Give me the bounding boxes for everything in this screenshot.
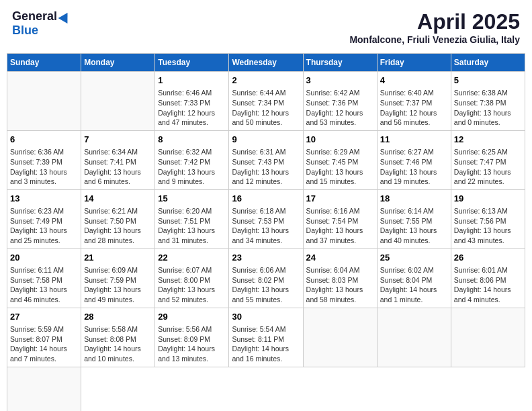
calendar-day-cell bbox=[81, 72, 155, 131]
calendar-week-row: 6Sunrise: 6:36 AM Sunset: 7:39 PM Daylig… bbox=[7, 130, 525, 189]
calendar-day-cell: 27Sunrise: 5:59 AM Sunset: 8:07 PM Dayli… bbox=[7, 308, 81, 367]
logo-general: General bbox=[12, 9, 57, 24]
weekday-header-row: SundayMondayTuesdayWednesdayThursdayFrid… bbox=[7, 54, 525, 72]
day-info: Sunrise: 6:31 AM Sunset: 7:43 PM Dayligh… bbox=[232, 147, 300, 187]
day-number: 22 bbox=[158, 252, 226, 264]
day-info: Sunrise: 6:21 AM Sunset: 7:50 PM Dayligh… bbox=[84, 206, 152, 246]
calendar-day-cell bbox=[303, 308, 377, 367]
calendar-day-cell: 16Sunrise: 6:18 AM Sunset: 7:53 PM Dayli… bbox=[229, 189, 303, 248]
calendar-day-cell: 30Sunrise: 5:54 AM Sunset: 8:11 PM Dayli… bbox=[229, 308, 303, 367]
title-area: April 2025 Monfalcone, Friuli Venezia Gi… bbox=[349, 9, 520, 45]
day-number: 19 bbox=[454, 193, 522, 205]
day-number: 28 bbox=[84, 311, 152, 323]
logo: General Blue bbox=[12, 9, 71, 38]
day-info: Sunrise: 6:32 AM Sunset: 7:42 PM Dayligh… bbox=[158, 147, 226, 187]
day-info: Sunrise: 6:14 AM Sunset: 7:55 PM Dayligh… bbox=[380, 206, 448, 246]
weekday-header: Friday bbox=[377, 54, 451, 72]
calendar-day-cell: 14Sunrise: 6:21 AM Sunset: 7:50 PM Dayli… bbox=[81, 189, 155, 248]
calendar-day-cell: 21Sunrise: 6:09 AM Sunset: 7:59 PM Dayli… bbox=[81, 248, 155, 308]
calendar-table: SundayMondayTuesdayWednesdayThursdayFrid… bbox=[7, 53, 525, 411]
day-info: Sunrise: 6:25 AM Sunset: 7:47 PM Dayligh… bbox=[454, 147, 522, 187]
day-info: Sunrise: 6:38 AM Sunset: 7:38 PM Dayligh… bbox=[454, 88, 522, 128]
calendar-week-row: 20Sunrise: 6:11 AM Sunset: 7:58 PM Dayli… bbox=[7, 248, 525, 308]
day-number: 1 bbox=[158, 75, 226, 87]
day-number: 20 bbox=[10, 252, 78, 264]
day-info: Sunrise: 6:18 AM Sunset: 7:53 PM Dayligh… bbox=[232, 206, 300, 246]
calendar-day-cell: 22Sunrise: 6:07 AM Sunset: 8:00 PM Dayli… bbox=[155, 248, 229, 308]
weekday-header: Saturday bbox=[451, 54, 525, 72]
calendar-day-cell: 5Sunrise: 6:38 AM Sunset: 7:38 PM Daylig… bbox=[451, 72, 525, 131]
day-number: 5 bbox=[454, 75, 522, 87]
calendar-day-cell: 3Sunrise: 6:42 AM Sunset: 7:36 PM Daylig… bbox=[303, 72, 377, 131]
day-number: 27 bbox=[10, 311, 78, 323]
weekday-header: Thursday bbox=[303, 54, 377, 72]
calendar-day-cell bbox=[7, 72, 81, 131]
calendar-title: April 2025 bbox=[349, 9, 520, 34]
day-number: 9 bbox=[232, 134, 300, 146]
day-number: 25 bbox=[380, 252, 448, 264]
calendar-day-cell: 25Sunrise: 6:02 AM Sunset: 8:04 PM Dayli… bbox=[377, 248, 451, 308]
day-number: 6 bbox=[10, 134, 78, 146]
calendar-day-cell: 13Sunrise: 6:23 AM Sunset: 7:49 PM Dayli… bbox=[7, 189, 81, 248]
calendar-week-row: 13Sunrise: 6:23 AM Sunset: 7:49 PM Dayli… bbox=[7, 189, 525, 248]
day-number: 8 bbox=[158, 134, 226, 146]
day-number: 15 bbox=[158, 193, 226, 205]
day-number: 18 bbox=[380, 193, 448, 205]
day-number: 30 bbox=[232, 311, 300, 323]
calendar-day-cell: 9Sunrise: 6:31 AM Sunset: 7:43 PM Daylig… bbox=[229, 130, 303, 189]
day-info: Sunrise: 5:54 AM Sunset: 8:11 PM Dayligh… bbox=[232, 324, 300, 364]
day-info: Sunrise: 6:23 AM Sunset: 7:49 PM Dayligh… bbox=[10, 206, 78, 246]
day-number: 29 bbox=[158, 311, 226, 323]
logo-blue: Blue bbox=[12, 24, 38, 38]
calendar-day-cell: 20Sunrise: 6:11 AM Sunset: 7:58 PM Dayli… bbox=[7, 248, 81, 308]
day-number: 4 bbox=[380, 75, 448, 87]
day-number: 13 bbox=[10, 193, 78, 205]
calendar-day-cell: 24Sunrise: 6:04 AM Sunset: 8:03 PM Dayli… bbox=[303, 248, 377, 308]
weekday-header: Tuesday bbox=[155, 54, 229, 72]
day-info: Sunrise: 5:56 AM Sunset: 8:09 PM Dayligh… bbox=[158, 324, 226, 364]
day-info: Sunrise: 6:34 AM Sunset: 7:41 PM Dayligh… bbox=[84, 147, 152, 187]
logo-triangle-icon bbox=[58, 9, 73, 23]
day-info: Sunrise: 6:40 AM Sunset: 7:37 PM Dayligh… bbox=[380, 88, 448, 128]
day-info: Sunrise: 6:46 AM Sunset: 7:33 PM Dayligh… bbox=[158, 88, 226, 128]
day-info: Sunrise: 6:44 AM Sunset: 7:34 PM Dayligh… bbox=[232, 88, 300, 128]
day-info: Sunrise: 5:59 AM Sunset: 8:07 PM Dayligh… bbox=[10, 324, 78, 364]
day-info: Sunrise: 6:09 AM Sunset: 7:59 PM Dayligh… bbox=[84, 265, 152, 305]
calendar-day-cell: 1Sunrise: 6:46 AM Sunset: 7:33 PM Daylig… bbox=[155, 72, 229, 131]
calendar-day-cell: 18Sunrise: 6:14 AM Sunset: 7:55 PM Dayli… bbox=[377, 189, 451, 248]
day-info: Sunrise: 6:11 AM Sunset: 7:58 PM Dayligh… bbox=[10, 265, 78, 305]
day-info: Sunrise: 6:13 AM Sunset: 7:56 PM Dayligh… bbox=[454, 206, 522, 246]
calendar-day-cell: 4Sunrise: 6:40 AM Sunset: 7:37 PM Daylig… bbox=[377, 72, 451, 131]
calendar-day-cell bbox=[377, 308, 451, 367]
day-info: Sunrise: 6:07 AM Sunset: 8:00 PM Dayligh… bbox=[158, 265, 226, 305]
weekday-header: Monday bbox=[81, 54, 155, 72]
day-number: 14 bbox=[84, 193, 152, 205]
calendar-day-cell: 26Sunrise: 6:01 AM Sunset: 8:06 PM Dayli… bbox=[451, 248, 525, 308]
calendar-day-cell: 23Sunrise: 6:06 AM Sunset: 8:02 PM Dayli… bbox=[229, 248, 303, 308]
day-number: 11 bbox=[380, 134, 448, 146]
calendar-day-cell: 6Sunrise: 6:36 AM Sunset: 7:39 PM Daylig… bbox=[7, 130, 81, 189]
calendar-week-row: 27Sunrise: 5:59 AM Sunset: 8:07 PM Dayli… bbox=[7, 308, 525, 367]
calendar-day-cell: 15Sunrise: 6:20 AM Sunset: 7:51 PM Dayli… bbox=[155, 189, 229, 248]
day-number: 3 bbox=[306, 75, 374, 87]
calendar-day-cell: 12Sunrise: 6:25 AM Sunset: 7:47 PM Dayli… bbox=[451, 130, 525, 189]
day-info: Sunrise: 6:06 AM Sunset: 8:02 PM Dayligh… bbox=[232, 265, 300, 305]
calendar-day-cell: 8Sunrise: 6:32 AM Sunset: 7:42 PM Daylig… bbox=[155, 130, 229, 189]
day-number: 10 bbox=[306, 134, 374, 146]
calendar-day-cell: 7Sunrise: 6:34 AM Sunset: 7:41 PM Daylig… bbox=[81, 130, 155, 189]
day-number: 23 bbox=[232, 252, 300, 264]
day-number: 21 bbox=[84, 252, 152, 264]
day-info: Sunrise: 6:36 AM Sunset: 7:39 PM Dayligh… bbox=[10, 147, 78, 187]
calendar-day-cell: 28Sunrise: 5:58 AM Sunset: 8:08 PM Dayli… bbox=[81, 308, 155, 367]
day-info: Sunrise: 5:58 AM Sunset: 8:08 PM Dayligh… bbox=[84, 324, 152, 364]
day-info: Sunrise: 6:01 AM Sunset: 8:06 PM Dayligh… bbox=[454, 265, 522, 305]
day-number: 26 bbox=[454, 252, 522, 264]
calendar-day-cell: 17Sunrise: 6:16 AM Sunset: 7:54 PM Dayli… bbox=[303, 189, 377, 248]
day-number: 17 bbox=[306, 193, 374, 205]
weekday-header: Wednesday bbox=[229, 54, 303, 72]
day-number: 16 bbox=[232, 193, 300, 205]
calendar-day-cell: 19Sunrise: 6:13 AM Sunset: 7:56 PM Dayli… bbox=[451, 189, 525, 248]
calendar-day-cell: 11Sunrise: 6:27 AM Sunset: 7:46 PM Dayli… bbox=[377, 130, 451, 189]
day-number: 7 bbox=[84, 134, 152, 146]
day-info: Sunrise: 6:27 AM Sunset: 7:46 PM Dayligh… bbox=[380, 147, 448, 187]
